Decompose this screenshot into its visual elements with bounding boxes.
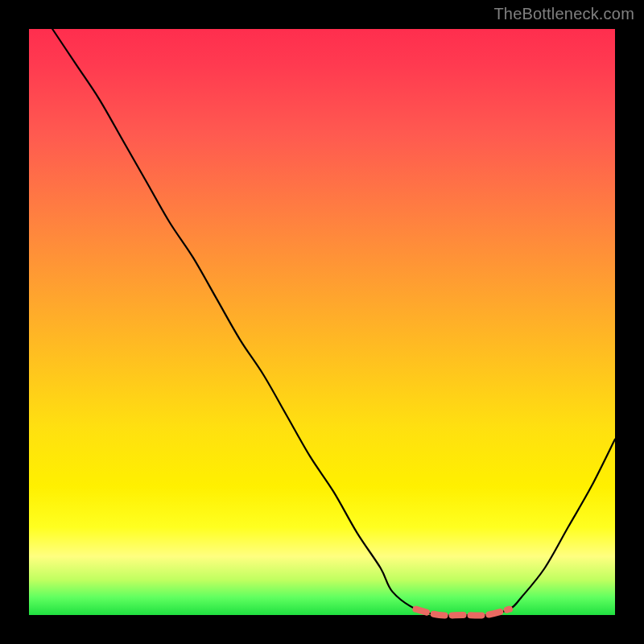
attribution-text: TheBottleneck.com <box>493 5 634 23</box>
plot-area <box>29 29 615 615</box>
chart-svg <box>29 29 615 615</box>
highlight-curve <box>415 609 509 616</box>
main-curve <box>52 29 615 616</box>
chart-container: TheBottleneck.com <box>0 0 644 644</box>
